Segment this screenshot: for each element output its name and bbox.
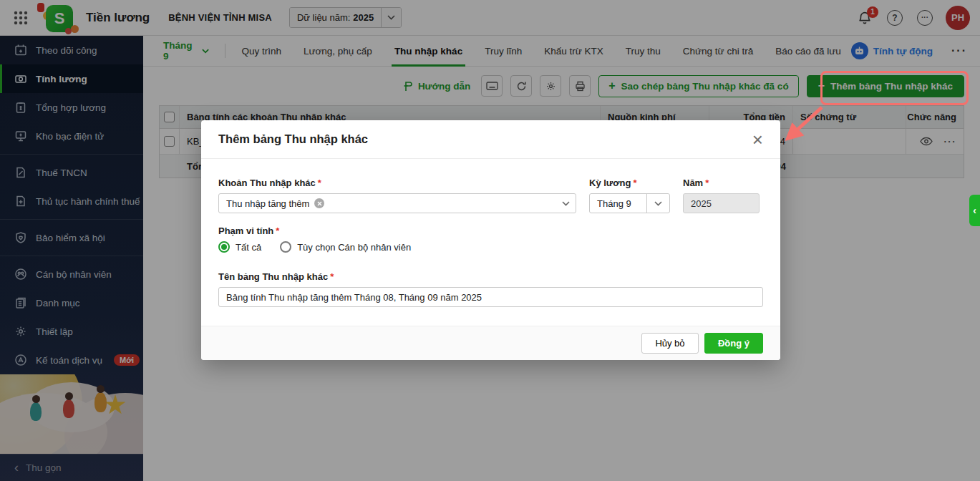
confirm-button[interactable]: Đồng ý	[704, 333, 763, 354]
remove-tag-icon[interactable]	[314, 198, 324, 208]
scope-custom-radio[interactable]	[280, 241, 291, 253]
chevron-left-icon: ‹	[973, 205, 976, 216]
income-type-select[interactable]: Thu nhập tăng thêm	[218, 193, 576, 213]
year-field-label: Năm	[683, 178, 703, 188]
scope-all-radio[interactable]	[218, 241, 230, 253]
scope-all-option[interactable]: Tất cả	[218, 241, 261, 253]
modal-title: Thêm bảng Thu nhập khác	[218, 132, 368, 146]
salary-period-value: Tháng 9	[590, 198, 646, 209]
close-icon[interactable]: ×	[752, 130, 763, 149]
side-panel-toggle[interactable]: ‹	[969, 195, 980, 226]
app-root: S Tiền lương BỆNH VIỆN TỈNH MISA Dữ liệu…	[0, 0, 980, 481]
modal-header: Thêm bảng Thu nhập khác ×	[201, 120, 780, 159]
chevron-down-icon	[562, 201, 570, 206]
table-name-input[interactable]	[218, 287, 763, 307]
modal-footer: Hủy bỏ Đồng ý	[201, 326, 780, 360]
scope-custom-option[interactable]: Tùy chọn Cán bộ nhân viên	[280, 241, 411, 253]
period-field-label: Kỳ lương	[589, 178, 631, 188]
table-name-field-label: Tên bảng Thu nhập khác	[218, 271, 328, 282]
income-tag: Thu nhập tăng thêm	[226, 198, 309, 209]
scope-field-label: Phạm vi tính	[218, 225, 273, 236]
cancel-button[interactable]: Hủy bỏ	[641, 333, 699, 354]
salary-period-select[interactable]: Tháng 9	[589, 193, 670, 213]
chevron-down-icon	[646, 194, 669, 213]
modal-body: Khoản Thu nhập khác* Thu nhập tăng thêm	[201, 159, 780, 326]
add-income-table-modal: Thêm bảng Thu nhập khác × Khoản Thu nhập…	[201, 120, 780, 360]
year-field	[683, 193, 760, 213]
income-field-label: Khoản Thu nhập khác	[218, 178, 316, 188]
